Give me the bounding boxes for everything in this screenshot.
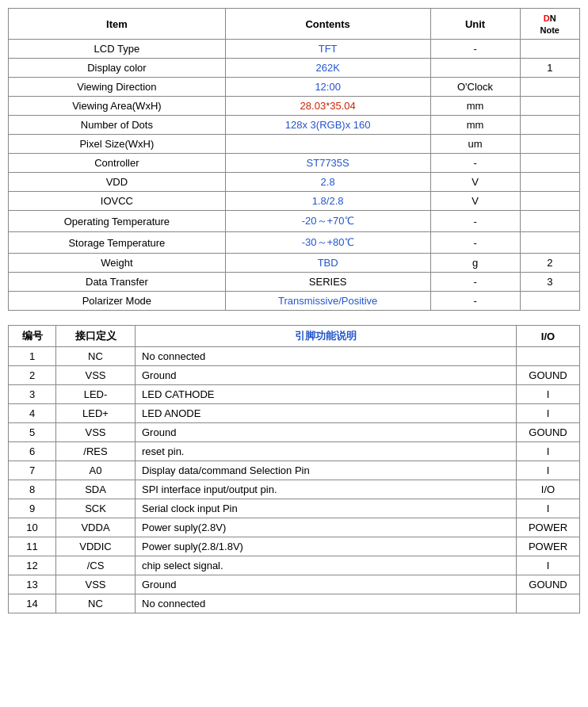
spec-unit: - xyxy=(430,273,520,292)
pin-number: 12 xyxy=(9,556,56,575)
pin-row: 13VSSGroundGOUND xyxy=(9,575,580,594)
pin-description: Ground xyxy=(136,423,517,442)
pin-description: Power suply(2.8V) xyxy=(136,518,517,537)
spec-contents xyxy=(225,135,430,154)
pin-interface: SCK xyxy=(56,499,136,518)
table-row: ControllerST7735S- xyxy=(9,154,580,173)
spec-note: 3 xyxy=(520,273,579,292)
pin-description: No connected xyxy=(136,347,517,366)
spec-table-section: Item Contents Unit DNNote LCD TypeTFT-Di… xyxy=(8,8,580,311)
spec-note xyxy=(520,40,579,59)
table-row: Polarizer ModeTransmissive/Positive- xyxy=(9,292,580,311)
pin-description: chip select signal. xyxy=(136,556,517,575)
spec-unit: - xyxy=(430,211,520,232)
pin-description: SPI interface input/output pin. xyxy=(136,480,517,499)
spec-item: Viewing Direction xyxy=(9,78,226,97)
pin-description: LED CATHODE xyxy=(136,385,517,404)
spec-item: Viewing Area(WxH) xyxy=(9,97,226,116)
col-io: I/O xyxy=(517,326,580,347)
spec-unit: um xyxy=(430,135,520,154)
pin-row: 1NCNo connected xyxy=(9,347,580,366)
spec-unit: mm xyxy=(430,116,520,135)
spec-contents: -20～+70℃ xyxy=(225,211,430,232)
pin-io: I xyxy=(517,461,580,480)
pin-interface: LED+ xyxy=(56,404,136,423)
table-row: Number of Dots128x 3(RGB)x 160mm xyxy=(9,116,580,135)
spec-unit: V xyxy=(430,192,520,211)
spec-note: 2 xyxy=(520,254,579,273)
spec-contents: 28.03*35.04 xyxy=(225,97,430,116)
spec-note xyxy=(520,116,579,135)
spec-contents: SERIES xyxy=(225,273,430,292)
pin-row: 2VSSGroundGOUND xyxy=(9,366,580,385)
pin-io: POWER xyxy=(517,537,580,556)
pin-io: GOUND xyxy=(517,366,580,385)
table-row: Display color262K1 xyxy=(9,59,580,78)
spec-item: Operating Temperature xyxy=(9,211,226,232)
pin-interface: SDA xyxy=(56,480,136,499)
spec-unit: - xyxy=(430,292,520,311)
spec-unit: - xyxy=(430,154,520,173)
spec-unit: g xyxy=(430,254,520,273)
pin-description: reset pin. xyxy=(136,442,517,461)
pin-description: No connected xyxy=(136,594,517,613)
table-row: Viewing Area(WxH)28.03*35.04mm xyxy=(9,97,580,116)
pin-io: I xyxy=(517,556,580,575)
pin-description: Power suply(2.8/1.8V) xyxy=(136,537,517,556)
spec-unit: - xyxy=(430,40,520,59)
pin-number: 14 xyxy=(9,594,56,613)
table-row: Storage Temperature-30～+80℃- xyxy=(9,232,580,254)
pin-io: I xyxy=(517,499,580,518)
spec-item: Number of Dots xyxy=(9,116,226,135)
spec-item: VDD xyxy=(9,173,226,192)
pin-number: 3 xyxy=(9,385,56,404)
spec-contents: TFT xyxy=(225,40,430,59)
pin-io: GOUND xyxy=(517,575,580,594)
spec-item: Weight xyxy=(9,254,226,273)
pin-description: Serial clock input Pin xyxy=(136,499,517,518)
col-unit: Unit xyxy=(430,9,520,40)
pin-row: 4LED+LED ANODEI xyxy=(9,404,580,423)
pin-interface: NC xyxy=(56,347,136,366)
pin-interface: /CS xyxy=(56,556,136,575)
col-item: Item xyxy=(9,9,226,40)
col-num: 编号 xyxy=(9,326,56,347)
pin-interface: VDDIC xyxy=(56,537,136,556)
spec-note xyxy=(520,192,579,211)
pin-interface: LED- xyxy=(56,385,136,404)
pin-io: POWER xyxy=(517,518,580,537)
spec-note xyxy=(520,232,579,254)
table-row: Viewing Direction12:00O'Clock xyxy=(9,78,580,97)
pin-interface: VSS xyxy=(56,575,136,594)
pin-io: I xyxy=(517,404,580,423)
pin-number: 11 xyxy=(9,537,56,556)
spec-unit: mm xyxy=(430,97,520,116)
spec-item: Controller xyxy=(9,154,226,173)
spec-unit: - xyxy=(430,232,520,254)
spec-item: Storage Temperature xyxy=(9,232,226,254)
pin-row: 9SCKSerial clock input PinI xyxy=(9,499,580,518)
spec-contents: TBD xyxy=(225,254,430,273)
spec-contents: 12:00 xyxy=(225,78,430,97)
spec-contents: 2.8 xyxy=(225,173,430,192)
spec-item: Pixel Size(WxH) xyxy=(9,135,226,154)
spec-item: Polarizer Mode xyxy=(9,292,226,311)
spec-contents: 262K xyxy=(225,59,430,78)
pin-number: 10 xyxy=(9,518,56,537)
spec-note xyxy=(520,292,579,311)
col-iface: 接口定义 xyxy=(56,326,136,347)
spec-note: 1 xyxy=(520,59,579,78)
pin-number: 9 xyxy=(9,499,56,518)
pin-interface: VDDA xyxy=(56,518,136,537)
table-row: Operating Temperature-20～+70℃- xyxy=(9,211,580,232)
pin-interface: VSS xyxy=(56,423,136,442)
spec-note xyxy=(520,154,579,173)
spec-note xyxy=(520,78,579,97)
table-row: Pixel Size(WxH)um xyxy=(9,135,580,154)
pin-io xyxy=(517,347,580,366)
spec-item: LCD Type xyxy=(9,40,226,59)
col-contents: Contents xyxy=(225,9,430,40)
pin-io: I/O xyxy=(517,480,580,499)
pin-io: GOUND xyxy=(517,423,580,442)
pin-row: 8SDASPI interface input/output pin.I/O xyxy=(9,480,580,499)
